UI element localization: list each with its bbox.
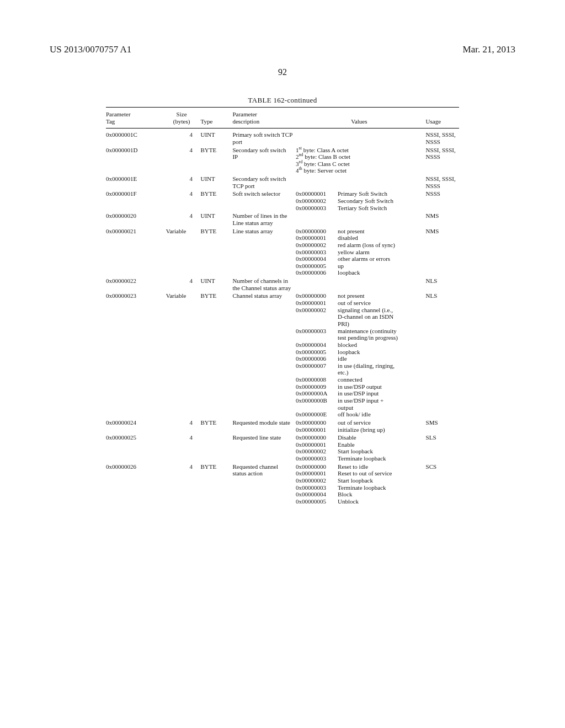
cell-type: BYTE (200, 227, 232, 277)
page-number: 92 (50, 67, 515, 77)
table-row: 0x0000001E4UINTSecondary soft switch TCP… (106, 175, 459, 190)
th-type: Type (200, 110, 232, 127)
cell-description: Secondary soft switch TCP port (232, 175, 296, 190)
cell-type: BYTE (200, 419, 232, 433)
cell-size: 4 (166, 419, 201, 433)
cell-description: Primary soft switch TCP port (232, 131, 296, 146)
th-values: Values (296, 110, 425, 127)
th-tag: Parameter Tag (106, 110, 166, 127)
cell-tag: 0x00000025 (106, 433, 166, 463)
cell-type: BYTE (200, 292, 232, 419)
running-header: US 2013/0070757 A1 Mar. 21, 2013 (50, 44, 515, 55)
cell-tag: 0x0000001D (106, 146, 166, 175)
table-row: 0x0000001C4UINTPrimary soft switch TCP p… (106, 131, 459, 146)
cell-type: UINT (200, 175, 232, 190)
cell-description: Line status array (232, 227, 296, 277)
cell-tag: 0x00000021 (106, 227, 166, 277)
cell-type: UINT (200, 131, 232, 146)
cell-usage: NMS (426, 227, 459, 277)
cell-tag: 0x00000023 (106, 292, 166, 419)
cell-type: UINT (200, 212, 232, 227)
cell-type: BYTE (200, 463, 232, 506)
cell-values (296, 175, 425, 190)
table-row: 0x000000224UINTNumber of channels in the… (106, 277, 459, 292)
cell-size: 4 (166, 175, 201, 190)
table-row: 0x00000021VariableBYTELine status array0… (106, 227, 459, 277)
table-body: 0x0000001C4UINTPrimary soft switch TCP p… (106, 127, 459, 505)
cell-description: Requested channel status action (232, 463, 296, 506)
cell-size: Variable (166, 292, 201, 419)
table-head: Parameter Tag Size (bytes) Type Paramete… (106, 110, 459, 127)
cell-usage: NMS (426, 212, 459, 227)
rule (106, 107, 459, 108)
cell-values: 0x00000000out of service0x00000001initia… (296, 419, 425, 433)
page: US 2013/0070757 A1 Mar. 21, 2013 92 TABL… (0, 0, 565, 728)
cell-type (200, 433, 232, 463)
cell-tag: 0x0000001F (106, 190, 166, 212)
cell-tag: 0x0000001E (106, 175, 166, 190)
cell-tag: 0x00000026 (106, 463, 166, 506)
table-caption: TABLE 162-continued (106, 96, 459, 105)
cell-description: Secondary soft switch IP (232, 146, 296, 175)
publication-date: Mar. 21, 2013 (463, 44, 515, 55)
cell-tag: 0x00000022 (106, 277, 166, 292)
cell-usage: NSSI, SSSI, NSSS (426, 175, 459, 190)
cell-tag: 0x00000024 (106, 419, 166, 433)
cell-description: Number of channels in the Channel status… (232, 277, 296, 292)
cell-tag: 0x00000020 (106, 212, 166, 227)
publication-number: US 2013/0070757 A1 (50, 44, 131, 55)
cell-values: 0x00000000Disable0x00000001Enable0x00000… (296, 433, 425, 463)
cell-type: BYTE (200, 190, 232, 212)
th-usage: Usage (426, 110, 459, 127)
cell-size: 4 (166, 433, 201, 463)
cell-size: Variable (166, 227, 201, 277)
cell-size: 4 (166, 212, 201, 227)
cell-description: Requested line state (232, 433, 296, 463)
cell-values: 0x00000000not present0x00000001out of se… (296, 292, 425, 419)
cell-usage: NSSI, SSSI, NSSS (426, 131, 459, 146)
table-row: 0x000000254Requested line state0x0000000… (106, 433, 459, 463)
cell-usage: NSSI, SSSI, NSSS (426, 146, 459, 175)
cell-values (296, 277, 425, 292)
cell-description: Channel status array (232, 292, 296, 419)
table-row: 0x000000204UINTNumber of lines in the Li… (106, 212, 459, 227)
cell-usage: SMS (426, 419, 459, 433)
cell-description: Number of lines in the Line status array (232, 212, 296, 227)
cell-usage: NLS (426, 292, 459, 419)
cell-size: 4 (166, 131, 201, 146)
table-row: 0x0000001F4BYTESoft switch selector0x000… (106, 190, 459, 212)
cell-values (296, 131, 425, 146)
cell-size: 4 (166, 463, 201, 506)
table-row: 0x00000023VariableBYTEChannel status arr… (106, 292, 459, 419)
cell-usage: NSSS (426, 190, 459, 212)
table-row: 0x0000001D4BYTESecondary soft switch IP1… (106, 146, 459, 175)
table-162: TABLE 162-continued Parameter Tag Size (… (106, 96, 459, 506)
th-size: Size (bytes) (166, 110, 201, 127)
table-row: 0x000000264BYTERequested channel status … (106, 463, 459, 506)
cell-size: 4 (166, 146, 201, 175)
cell-type: BYTE (200, 146, 232, 175)
spec-table: Parameter Tag Size (bytes) Type Paramete… (106, 110, 459, 506)
cell-values: 0x00000000not present0x00000001disabled0… (296, 227, 425, 277)
cell-usage: NLS (426, 277, 459, 292)
cell-values: 1st byte: Class A octet2nd byte: Class B… (296, 146, 425, 175)
cell-usage: SLS (426, 433, 459, 463)
cell-description: Soft switch selector (232, 190, 296, 212)
cell-usage: SCS (426, 463, 459, 506)
table-row: 0x000000244BYTERequested module state0x0… (106, 419, 459, 433)
cell-tag: 0x0000001C (106, 131, 166, 146)
th-desc: Parameter description (232, 110, 296, 127)
rule (106, 128, 459, 129)
cell-description: Requested module state (232, 419, 296, 433)
cell-values: 0x00000001Primary Soft Switch0x00000002S… (296, 190, 425, 212)
cell-type: UINT (200, 277, 232, 292)
cell-size: 4 (166, 277, 201, 292)
cell-size: 4 (166, 190, 201, 212)
cell-values: 0x00000000Reset to idle0x00000001Reset t… (296, 463, 425, 506)
cell-values (296, 212, 425, 227)
